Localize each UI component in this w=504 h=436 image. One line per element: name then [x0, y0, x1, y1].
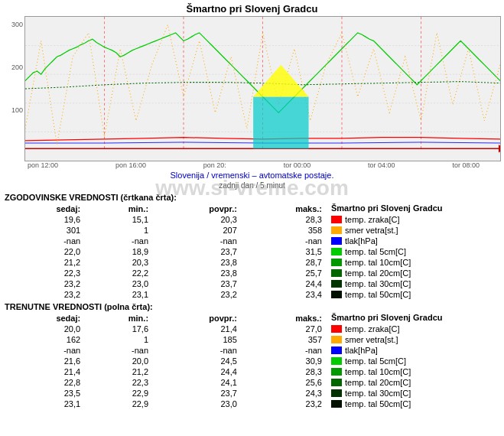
hist-legend-label-4: temp. tal 10cm[C] — [345, 258, 411, 267]
hist-legend-item-7: temp. tal 50cm[C] — [331, 289, 499, 300]
x-label-2: pon 16:00 — [115, 161, 146, 169]
curr-legend-item-0: temp. zraka[C] — [331, 324, 499, 334]
y-label-200: 200 — [3, 63, 23, 71]
curr-cell-3-3: 30,9 — [240, 356, 325, 366]
curr-cell-3-1: 20,0 — [83, 356, 151, 366]
x-label-4: tor 00:00 — [284, 161, 311, 169]
curr-cell-7-3: 23,2 — [240, 399, 325, 409]
hist-cell-5-0: 22,3 — [5, 268, 83, 278]
hist-cell-0-0: 19,6 — [5, 214, 83, 225]
curr-cell-3-0: 21,6 — [5, 356, 83, 366]
hist-header-1: min.: — [83, 203, 151, 214]
curr-legend-color-1 — [331, 336, 342, 343]
curr-row-0: 20,017,621,427,0 — [5, 324, 325, 334]
hist-legend-color-6 — [331, 280, 342, 288]
hist-cell-0-1: 15,1 — [83, 214, 151, 225]
curr-legend-color-3 — [331, 357, 342, 365]
curr-cell-6-3: 24,3 — [240, 388, 325, 399]
curr-cell-4-1: 21,2 — [83, 366, 151, 377]
curr-cell-2-0: -nan — [5, 345, 83, 356]
current-content: sedaj: min.: povpr.: maks.: 20,017,621,4… — [5, 313, 499, 409]
hist-cell-2-1: -nan — [83, 236, 151, 246]
curr-legend-item-7: temp. tal 50cm[C] — [331, 399, 499, 409]
curr-cell-2-2: -nan — [151, 345, 240, 356]
curr-cell-2-3: -nan — [240, 345, 325, 356]
curr-legend-color-7 — [331, 400, 342, 408]
hist-cell-0-2: 20,3 — [151, 214, 240, 225]
hist-row-6: 23,223,023,724,4 — [5, 278, 325, 289]
hist-cell-4-2: 23,8 — [151, 257, 240, 268]
hist-legend-item-4: temp. tal 10cm[C] — [331, 257, 499, 268]
hist-legend-item-0: temp. zraka[C] — [331, 214, 499, 225]
hist-legend-label-3: temp. tal 5cm[C] — [345, 247, 406, 256]
hist-legend-color-0 — [331, 216, 342, 223]
curr-cell-3-2: 24,5 — [151, 356, 240, 366]
chart-area — [24, 16, 501, 161]
hist-cell-6-1: 23,0 — [83, 278, 151, 289]
chart-svg — [25, 17, 500, 161]
current-legend: Šmartno pri Slovenj Gradcu temp. zraka[C… — [331, 313, 499, 409]
curr-legend-color-0 — [331, 325, 342, 333]
curr-cell-0-2: 21,4 — [151, 324, 240, 334]
hist-cell-5-3: 25,7 — [240, 268, 325, 278]
hist-legend-items: temp. zraka[C]smer vetra[st.]tlak[hPa]te… — [331, 214, 499, 300]
hist-cell-7-2: 23,2 — [151, 289, 240, 300]
hist-cell-2-0: -nan — [5, 236, 83, 246]
svg-rect-12 — [253, 96, 308, 148]
hist-legend-item-3: temp. tal 5cm[C] — [331, 246, 499, 257]
hist-cell-1-1: 1 — [83, 225, 151, 236]
x-label-6: tor 08:00 — [452, 161, 480, 169]
hist-legend-color-2 — [331, 237, 342, 245]
curr-cell-0-0: 20,0 — [5, 324, 83, 334]
curr-row-5: 22,822,324,125,6 — [5, 377, 325, 388]
curr-cell-0-3: 27,0 — [240, 324, 325, 334]
current-table: sedaj: min.: povpr.: maks.: 20,017,621,4… — [5, 313, 325, 409]
hist-row-1: 3011207358 — [5, 225, 325, 236]
curr-legend-color-6 — [331, 389, 342, 397]
hist-cell-3-1: 18,9 — [83, 246, 151, 257]
hist-legend-label-5: temp. tal 20cm[C] — [345, 268, 411, 278]
x-label-5: tor 04:00 — [368, 161, 395, 169]
historical-content: sedaj: min.: povpr.: maks.: 19,615,120,3… — [5, 203, 499, 300]
historical-title: ZGODOVINSKE VREDNOSTI (črtkana črta): — [5, 193, 499, 202]
curr-cell-5-1: 22,3 — [83, 377, 151, 388]
curr-cell-2-1: -nan — [83, 345, 151, 356]
y-label-100: 100 — [3, 106, 23, 114]
curr-legend-color-2 — [331, 347, 342, 354]
curr-header-2: povpr.: — [151, 313, 240, 324]
curr-row-4: 21,421,224,428,3 — [5, 366, 325, 377]
hist-legend-item-5: temp. tal 20cm[C] — [331, 268, 499, 278]
x-label-1: pon 12:00 — [28, 161, 58, 169]
hist-header-3: maks.: — [240, 203, 325, 214]
curr-row-1: 1621185357 — [5, 334, 325, 345]
x-axis-labels: pon 12:00 pon 16:00 pon 20: tor 00:00 to… — [28, 161, 480, 169]
historical-table: sedaj: min.: povpr.: maks.: 19,615,120,3… — [5, 203, 325, 300]
curr-legend-color-4 — [331, 368, 342, 376]
curr-right-title: Šmartno pri Slovenj Gradcu — [331, 313, 499, 322]
hist-cell-7-1: 23,1 — [83, 289, 151, 300]
hist-cell-4-3: 28,7 — [240, 257, 325, 268]
curr-row-7: 23,122,923,023,2 — [5, 399, 325, 409]
curr-legend-label-4: temp. tal 10cm[C] — [345, 367, 411, 376]
hist-cell-2-3: -nan — [240, 236, 325, 246]
hist-cell-1-0: 301 — [5, 225, 83, 236]
hist-cell-6-0: 23,2 — [5, 278, 83, 289]
curr-legend-item-3: temp. tal 5cm[C] — [331, 356, 499, 366]
curr-legend-item-6: temp. tal 30cm[C] — [331, 388, 499, 399]
hist-cell-1-2: 207 — [151, 225, 240, 236]
curr-legend-item-4: temp. tal 10cm[C] — [331, 366, 499, 377]
subtitle: Slovenija / vremenski – avtomatske posta… — [0, 171, 504, 180]
y-axis: 300 200 100 — [3, 16, 24, 161]
subtitle2: zadnji dan / 5 minut — [0, 181, 504, 190]
curr-legend-label-7: temp. tal 50cm[C] — [345, 399, 411, 408]
curr-header-0: sedaj: — [5, 313, 83, 324]
curr-cell-1-0: 162 — [5, 334, 83, 345]
hist-legend-color-7 — [331, 291, 342, 298]
hist-header-0: sedaj: — [5, 203, 83, 214]
hist-cell-2-2: -nan — [151, 236, 240, 246]
curr-header-1: min.: — [83, 313, 151, 324]
hist-row-4: 21,220,323,828,7 — [5, 257, 325, 268]
hist-legend-label-0: temp. zraka[C] — [345, 215, 400, 224]
hist-legend-color-5 — [331, 269, 342, 277]
hist-legend-label-1: smer vetra[st.] — [345, 226, 398, 235]
